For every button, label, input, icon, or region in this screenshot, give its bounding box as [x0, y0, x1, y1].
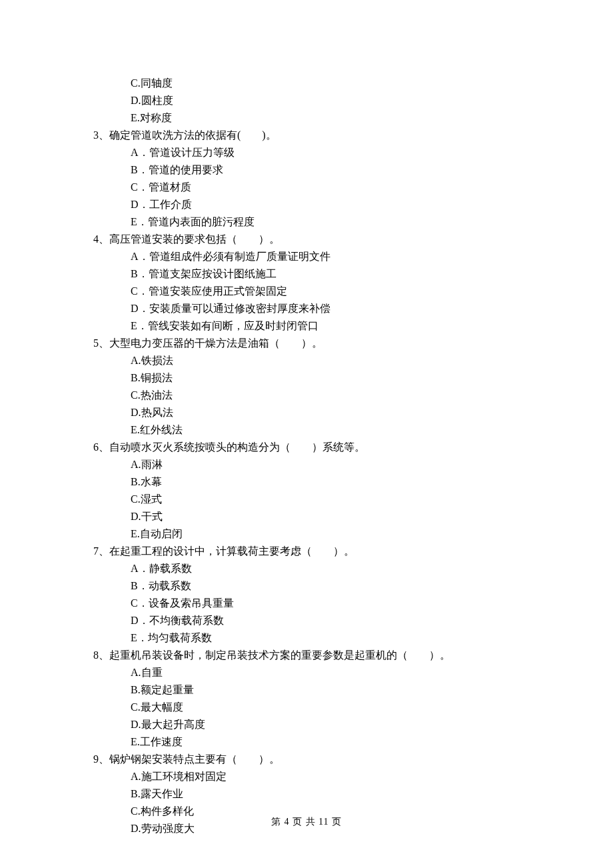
question-8: 8、起重机吊装设备时，制定吊装技术方案的重要参数是起重机的（ ）。: [93, 647, 520, 664]
q8-option-2: C.最大幅度: [93, 699, 520, 716]
q5-option-2: C.热油法: [93, 387, 520, 404]
q7-option-3: D．不均衡载荷系数: [93, 612, 520, 629]
q4-option-3: D．安装质量可以通过修改密封厚度来补偿: [93, 300, 520, 317]
question-7: 7、在起重工程的设计中，计算载荷主要考虑（ ）。: [93, 543, 520, 560]
q7-option-1: B．动载系数: [93, 577, 520, 595]
q7-option-4: E．均匀载荷系数: [93, 629, 520, 647]
q6-option-0: A.雨淋: [93, 456, 520, 473]
q7-option-2: C．设备及索吊具重量: [93, 595, 520, 612]
q5-option-1: B.铜损法: [93, 369, 520, 387]
q5-option-3: D.热风法: [93, 404, 520, 421]
q8-option-1: B.额定起重量: [93, 681, 520, 699]
question-3: 3、确定管道吹洗方法的依据有( )。: [93, 127, 520, 144]
question-5: 5、大型电力变压器的干燥方法是油箱（ ）。: [93, 335, 520, 352]
q4-option-2: C．管道安装应使用正式管架固定: [93, 283, 520, 300]
q6-option-1: B.水幕: [93, 473, 520, 491]
question-9: 9、锅炉钢架安装特点主要有（ ）。: [93, 751, 520, 768]
q3-option-1: B．管道的使用要求: [93, 161, 520, 179]
q7-option-0: A．静载系数: [93, 560, 520, 577]
q2-tail-option-0: C.同轴度: [93, 75, 520, 92]
q2-tail-option-1: D.圆柱度: [93, 92, 520, 109]
q4-option-0: A．管道组成件必须有制造厂质量证明文件: [93, 248, 520, 265]
q9-option-0: A.施工环境相对固定: [93, 768, 520, 785]
q6-option-4: E.自动启闭: [93, 525, 520, 543]
q8-option-4: E.工作速度: [93, 733, 520, 751]
q2-tail-option-2: E.对称度: [93, 109, 520, 127]
q8-option-3: D.最大起升高度: [93, 716, 520, 733]
q6-option-2: C.湿式: [93, 491, 520, 508]
q6-option-3: D.干式: [93, 508, 520, 525]
q3-option-4: E．管道内表面的脏污程度: [93, 213, 520, 231]
q5-option-0: A.铁损法: [93, 352, 520, 369]
q4-option-1: B．管道支架应按设计图纸施工: [93, 265, 520, 283]
q8-option-0: A.自重: [93, 664, 520, 681]
question-4: 4、高压管道安装的要求包括（ ）。: [93, 231, 520, 248]
q4-option-4: E．管线安装如有间断，应及时封闭管口: [93, 317, 520, 335]
q3-option-2: C．管道材质: [93, 179, 520, 196]
q5-option-4: E.红外线法: [93, 421, 520, 439]
q9-option-1: B.露天作业: [93, 785, 520, 803]
page-body: C.同轴度D.圆柱度E.对称度3、确定管道吹洗方法的依据有( )。A．管道设计压…: [0, 0, 613, 837]
q3-option-0: A．管道设计压力等级: [93, 144, 520, 161]
q3-option-3: D．工作介质: [93, 196, 520, 213]
page-footer: 第 4 页 共 11 页: [0, 816, 613, 828]
question-6: 6、自动喷水灭火系统按喷头的构造分为（ ）系统等。: [93, 439, 520, 456]
